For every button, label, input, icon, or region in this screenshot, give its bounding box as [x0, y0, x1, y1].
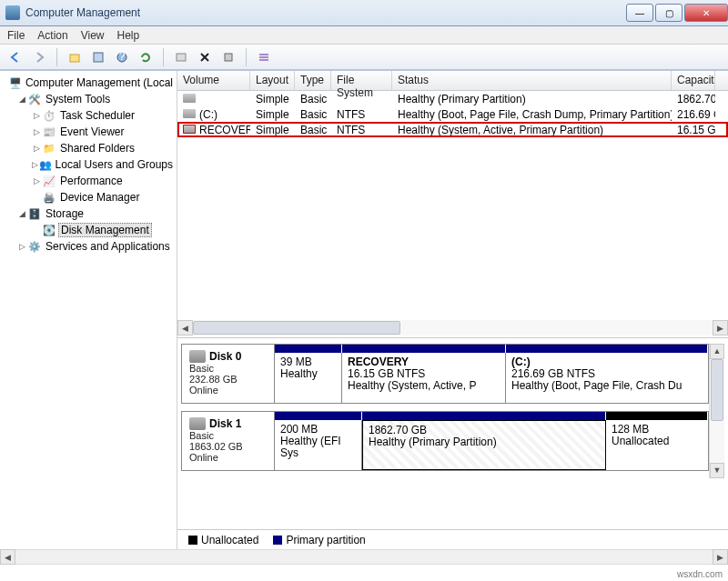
legend-unallocated-swatch — [188, 536, 197, 545]
disk-header: Disk 1 Basic 1863.02 GB Online — [182, 412, 275, 470]
disk-drive-icon — [189, 417, 206, 430]
tree-services-apps[interactable]: ▷⚙️Services and Applications — [2, 238, 175, 255]
tree-task-scheduler[interactable]: ▷⏱️Task Scheduler — [2, 107, 175, 124]
computer-icon: 🖥️ — [9, 75, 22, 90]
svg-rect-0 — [70, 55, 79, 62]
svg-rect-7 — [259, 56, 268, 58]
up-button[interactable] — [65, 47, 85, 67]
tree-pane[interactable]: 🖥️Computer Management (Local ◢🛠️System T… — [0, 71, 177, 549]
volume-icon — [183, 109, 196, 118]
folder-icon: 📁 — [42, 141, 56, 155]
scroll-right-icon[interactable]: ▶ — [713, 320, 728, 336]
clock-icon: ⏱️ — [42, 108, 56, 123]
partition-unallocated[interactable]: 128 MB Unallocated — [606, 420, 708, 470]
svg-rect-1 — [94, 53, 103, 62]
back-button[interactable] — [5, 47, 25, 67]
partition[interactable]: (C:) 216.69 GB NTFS Healthy (Boot, Page … — [506, 353, 708, 403]
app-icon — [5, 5, 20, 20]
minimize-button[interactable]: — — [626, 4, 653, 22]
help-button[interactable]: ? — [112, 47, 132, 67]
legend-primary-swatch — [273, 536, 282, 545]
scroll-right-icon[interactable]: ▶ — [713, 549, 728, 565]
forward-button[interactable] — [29, 47, 49, 67]
legend: Unallocated Primary partition — [177, 529, 728, 549]
disk-row[interactable]: Disk 0 Basic 232.88 GB Online 39 MB — [181, 344, 709, 404]
svg-text:?: ? — [119, 51, 126, 63]
volume-row[interactable]: Simple Basic Healthy (Primary Partition)… — [177, 91, 728, 106]
window-title: Computer Management — [25, 6, 624, 19]
partition[interactable]: RECOVERY 16.15 GB NTFS Healthy (System, … — [342, 353, 506, 403]
col-status[interactable]: Status — [392, 71, 672, 90]
event-icon: 📰 — [42, 125, 56, 139]
svg-rect-8 — [259, 59, 268, 61]
disk-icon: 💽 — [42, 223, 56, 237]
right-pane: Volume Layout Type File System Status Ca… — [177, 71, 728, 549]
maximize-button[interactable]: ▢ — [655, 4, 682, 22]
tree-shared-folders[interactable]: ▷📁Shared Folders — [2, 140, 175, 156]
tree-event-viewer[interactable]: ▷📰Event Viewer — [2, 124, 175, 140]
tree-system-tools[interactable]: ◢🛠️System Tools — [2, 91, 175, 107]
volume-list[interactable]: Simple Basic Healthy (Primary Partition)… — [177, 91, 728, 137]
tree-disk-management[interactable]: 💽Disk Management — [2, 222, 175, 238]
scroll-thumb[interactable] — [193, 321, 400, 335]
users-icon: 👥 — [39, 157, 52, 172]
volume-icon — [183, 125, 196, 134]
scroll-up-icon[interactable]: ▲ — [710, 344, 724, 359]
perf-icon: 📈 — [42, 174, 56, 188]
scroll-thumb[interactable] — [711, 359, 723, 421]
action-button[interactable] — [218, 47, 238, 67]
settings-button[interactable] — [171, 47, 191, 67]
tools-icon: 🛠️ — [27, 92, 42, 106]
menu-file[interactable]: File — [7, 29, 25, 42]
titlebar: Computer Management — ▢ ✕ — [0, 0, 728, 26]
outer-hscroll[interactable]: ◀ ▶ — [0, 549, 728, 565]
col-capacity[interactable]: Capacit — [672, 71, 715, 90]
menu-view[interactable]: View — [81, 29, 105, 42]
volume-icon — [183, 94, 196, 103]
tree-device-manager[interactable]: 🖨️Device Manager — [2, 189, 175, 205]
menubar: File Action View Help — [0, 26, 728, 45]
col-layout[interactable]: Layout — [250, 71, 295, 90]
device-icon: 🖨️ — [42, 190, 56, 205]
partition-selected[interactable]: 1862.70 GB Healthy (Primary Partition) — [362, 420, 606, 470]
list-button[interactable] — [254, 47, 274, 67]
toolbar: ? — [0, 45, 728, 70]
tree-root[interactable]: 🖥️Computer Management (Local — [2, 75, 175, 91]
disk-row[interactable]: Disk 1 Basic 1863.02 GB Online 200 MB — [181, 411, 709, 471]
services-icon: ⚙️ — [27, 239, 42, 254]
col-volume[interactable]: Volume — [177, 71, 250, 90]
volume-row-highlighted[interactable]: RECOVERY Simple Basic NTFS Healthy (Syst… — [177, 122, 728, 137]
volume-hscroll[interactable]: ◀ ▶ — [177, 320, 728, 336]
partition[interactable]: 200 MB Healthy (EFI Sys — [275, 420, 362, 470]
partition[interactable]: 39 MB Healthy — [275, 353, 342, 403]
menu-action[interactable]: Action — [37, 29, 67, 42]
volume-list-header: Volume Layout Type File System Status Ca… — [177, 71, 728, 91]
storage-icon: 🗄️ — [27, 206, 42, 221]
tree-local-users[interactable]: ▷👥Local Users and Groups — [2, 156, 175, 173]
svg-rect-4 — [177, 54, 186, 61]
refresh-button[interactable] — [136, 47, 156, 67]
menu-help[interactable]: Help — [117, 29, 140, 42]
properties-button[interactable] — [88, 47, 108, 67]
disk-graphical-panel: Disk 0 Basic 232.88 GB Online 39 MB — [177, 337, 728, 530]
col-type[interactable]: Type — [295, 71, 331, 90]
close-button[interactable]: ✕ — [684, 4, 728, 22]
tree-performance[interactable]: ▷📈Performance — [2, 173, 175, 189]
svg-rect-5 — [225, 54, 232, 61]
volume-row[interactable]: (C:) Simple Basic NTFS Healthy (Boot, Pa… — [177, 106, 728, 122]
svg-rect-6 — [259, 54, 268, 55]
scroll-left-icon[interactable]: ◀ — [177, 320, 193, 336]
scroll-down-icon[interactable]: ▼ — [710, 463, 724, 478]
tree-storage[interactable]: ◢🗄️Storage — [2, 205, 175, 222]
disk-header: Disk 0 Basic 232.88 GB Online — [182, 345, 275, 403]
disk-vscroll[interactable]: ▲ ▼ — [709, 344, 724, 478]
col-filesystem[interactable]: File System — [331, 71, 392, 90]
scroll-left-icon[interactable]: ◀ — [0, 549, 15, 565]
disk-drive-icon — [189, 350, 206, 363]
watermark: wsxdn.com — [677, 569, 723, 579]
delete-button[interactable] — [195, 47, 215, 67]
